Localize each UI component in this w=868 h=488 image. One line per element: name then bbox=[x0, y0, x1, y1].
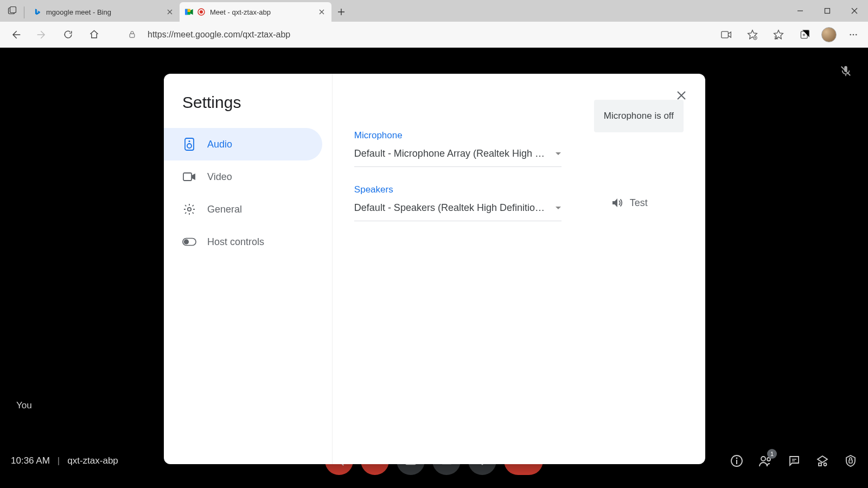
settings-title: Settings bbox=[164, 89, 332, 128]
svg-rect-1 bbox=[10, 7, 16, 13]
svg-rect-8 bbox=[130, 34, 135, 37]
collections-icon[interactable] bbox=[795, 25, 814, 44]
svg-rect-27 bbox=[819, 463, 821, 466]
recording-indicator-icon bbox=[197, 8, 206, 16]
tab-title: mgoogle meet - Bing bbox=[46, 8, 161, 16]
nav-refresh-button[interactable] bbox=[58, 24, 78, 45]
favorites-list-icon[interactable] bbox=[769, 25, 788, 44]
favorite-star-icon[interactable] bbox=[743, 25, 762, 44]
settings-tab-general[interactable]: General bbox=[164, 193, 322, 226]
browser-tab[interactable]: mgoogle meet - Bing bbox=[28, 2, 180, 22]
settings-tab-audio[interactable]: Audio bbox=[164, 128, 322, 160]
lock-icon[interactable] bbox=[125, 24, 139, 45]
nav-forward-button bbox=[31, 24, 52, 45]
close-tab-icon[interactable] bbox=[165, 8, 174, 16]
microphone-section-label: Microphone bbox=[354, 130, 561, 141]
participants-count-badge: 1 bbox=[767, 449, 777, 459]
close-dialog-button[interactable] bbox=[672, 86, 691, 105]
settings-tab-label: General bbox=[207, 204, 242, 215]
meet-favicon-icon bbox=[185, 8, 194, 16]
room-code: qxt-ztax-abp bbox=[67, 455, 118, 466]
svg-rect-33 bbox=[183, 173, 192, 181]
meet-right-controls: 1 bbox=[730, 454, 857, 467]
profile-avatar[interactable] bbox=[821, 27, 837, 42]
svg-point-14 bbox=[856, 34, 857, 35]
settings-dialog: Settings Audio Video General Host contro… bbox=[164, 74, 705, 464]
video-popup-icon[interactable] bbox=[717, 25, 736, 44]
video-icon bbox=[182, 170, 196, 184]
toggle-icon bbox=[182, 235, 196, 249]
speakers-section-label: Speakers bbox=[354, 184, 561, 195]
speakers-select[interactable]: Default - Speakers (Realtek High Definit… bbox=[354, 195, 561, 221]
settings-panel: Microphone Default - Microphone Array (R… bbox=[333, 74, 705, 464]
host-controls-icon[interactable] bbox=[844, 454, 857, 467]
self-video-label: You bbox=[16, 400, 32, 411]
participants-icon[interactable]: 1 bbox=[758, 454, 773, 467]
volume-icon bbox=[610, 196, 623, 209]
meeting-info-icon[interactable] bbox=[730, 454, 743, 467]
svg-rect-9 bbox=[722, 31, 729, 38]
svg-point-6 bbox=[200, 10, 203, 14]
nav-back-button[interactable] bbox=[5, 24, 26, 45]
chat-icon[interactable] bbox=[788, 454, 801, 467]
svg-point-36 bbox=[184, 239, 189, 244]
url-text[interactable]: https://meet.google.com/qxt-ztax-abp bbox=[144, 30, 712, 40]
settings-tab-label: Video bbox=[207, 171, 232, 183]
more-menu-icon[interactable] bbox=[844, 25, 863, 44]
svg-rect-29 bbox=[849, 460, 852, 463]
browser-tab-active[interactable]: Meet - qxt-ztax-abp bbox=[180, 2, 331, 22]
settings-tab-host-controls[interactable]: Host controls bbox=[164, 226, 322, 258]
self-mic-muted-icon[interactable] bbox=[840, 65, 852, 77]
microphone-select-value: Default - Microphone Array (Realtek High… bbox=[354, 148, 550, 159]
window-minimize[interactable] bbox=[787, 0, 814, 22]
svg-rect-4 bbox=[185, 9, 188, 15]
divider: | bbox=[58, 455, 60, 466]
clock-time: 10:36 AM bbox=[11, 455, 50, 466]
microphone-status: Microphone is off bbox=[594, 100, 684, 132]
svg-point-28 bbox=[824, 463, 827, 466]
window-controls bbox=[787, 0, 868, 22]
nav-home-button[interactable] bbox=[84, 24, 104, 45]
speaker-icon bbox=[182, 137, 196, 151]
settings-tab-label: Host controls bbox=[207, 236, 264, 248]
tab-actions-icon[interactable] bbox=[0, 0, 24, 22]
svg-point-12 bbox=[850, 34, 851, 35]
svg-point-25 bbox=[761, 457, 765, 461]
settings-sidebar: Settings Audio Video General Host contro… bbox=[164, 74, 333, 464]
test-speakers-button[interactable]: Test bbox=[610, 196, 648, 209]
window-close[interactable] bbox=[841, 0, 868, 22]
tab-title: Meet - qxt-ztax-abp bbox=[210, 8, 313, 16]
new-tab-button[interactable] bbox=[331, 2, 351, 22]
chevron-down-icon bbox=[555, 206, 561, 210]
svg-rect-24 bbox=[736, 460, 737, 464]
settings-tab-label: Audio bbox=[207, 139, 232, 150]
svg-point-31 bbox=[188, 140, 190, 142]
test-button-label: Test bbox=[630, 197, 648, 209]
activities-icon[interactable] bbox=[816, 454, 829, 467]
gear-icon bbox=[182, 202, 196, 216]
close-tab-icon[interactable] bbox=[317, 8, 326, 16]
settings-tab-video[interactable]: Video bbox=[164, 160, 322, 193]
meet-content: You 10:36 AM | qxt-ztax-abp CC 1 bbox=[0, 48, 868, 488]
svg-point-23 bbox=[736, 458, 738, 459]
svg-point-34 bbox=[188, 208, 191, 211]
address-bar: https://meet.google.com/qxt-ztax-abp bbox=[0, 22, 868, 48]
microphone-select[interactable]: Default - Microphone Array (Realtek High… bbox=[354, 141, 561, 167]
svg-point-32 bbox=[187, 144, 192, 148]
svg-point-13 bbox=[853, 34, 854, 35]
chevron-down-icon bbox=[555, 152, 561, 156]
tab-strip: mgoogle meet - Bing Meet - qxt-ztax-abp bbox=[0, 0, 868, 22]
speakers-select-value: Default - Speakers (Realtek High Definit… bbox=[354, 202, 550, 214]
bing-favicon-icon bbox=[33, 8, 42, 16]
window-maximize[interactable] bbox=[814, 0, 841, 22]
svg-rect-7 bbox=[825, 9, 830, 14]
